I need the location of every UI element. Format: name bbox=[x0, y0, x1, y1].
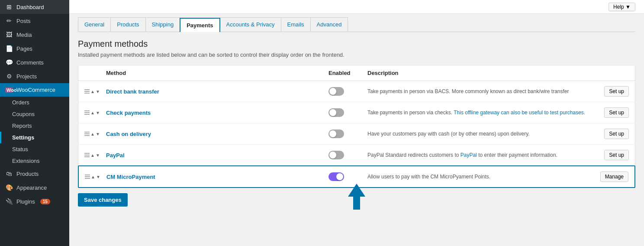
col-drag bbox=[84, 70, 106, 76]
products-icon: 🛍 bbox=[5, 170, 13, 177]
appearance-icon: 🎨 bbox=[5, 184, 13, 191]
sidebar-item-posts[interactable]: ✏ Posts bbox=[0, 14, 69, 28]
col-method: Method bbox=[106, 70, 328, 76]
sidebar-item-projects[interactable]: ⚙ Projects bbox=[0, 69, 69, 83]
setup-button[interactable]: Set up bbox=[604, 150, 629, 160]
arrow-svg bbox=[348, 184, 365, 210]
down-chevron[interactable]: ▼ bbox=[96, 132, 100, 136]
payment-toggle[interactable] bbox=[328, 151, 344, 159]
payment-methods-table: Method Enabled Description ▲ ▼ Direct ba… bbox=[78, 65, 635, 188]
payment-description: Take payments in person via checks. This… bbox=[367, 109, 590, 117]
tab-shipping[interactable]: Shipping bbox=[145, 17, 180, 32]
method-name[interactable]: CM MicroPayment bbox=[106, 174, 328, 180]
row-controls: ▲ ▼ bbox=[85, 175, 106, 179]
posts-icon: ✏ bbox=[5, 17, 13, 24]
row-controls: ▲ ▼ bbox=[84, 153, 106, 158]
sidebar-sub-status[interactable]: Status bbox=[0, 143, 69, 155]
table-row: ▲ ▼ Direct bank transfer Take payments i… bbox=[78, 81, 635, 102]
down-chevron[interactable]: ▼ bbox=[96, 89, 100, 94]
svg-marker-0 bbox=[348, 184, 365, 210]
woocommerce-icon: Woo bbox=[5, 87, 13, 93]
setup-button[interactable]: Set up bbox=[604, 129, 629, 139]
dashboard-icon: ⊞ bbox=[5, 3, 13, 10]
table-header: Method Enabled Description bbox=[78, 65, 635, 81]
payment-description: PayPal Standard redirects customers to P… bbox=[367, 152, 590, 159]
woocommerce-submenu: Orders Coupons Reports Settings Status E… bbox=[0, 97, 69, 167]
sidebar: ⊞ Dashboard ✏ Posts 🖼 Media 📄 Pages 💬 Co… bbox=[0, 0, 69, 246]
content-area: General Products Shipping Payments Accou… bbox=[69, 14, 644, 246]
up-chevron[interactable]: ▲ bbox=[90, 132, 95, 136]
toggle-container bbox=[328, 172, 367, 181]
row-controls: ▲ ▼ bbox=[84, 132, 106, 136]
sidebar-sub-reports[interactable]: Reports bbox=[0, 120, 69, 132]
drag-handle[interactable] bbox=[84, 110, 90, 115]
drag-handle[interactable] bbox=[84, 89, 90, 94]
drag-handle[interactable] bbox=[84, 153, 90, 157]
sidebar-sub-extensions[interactable]: Extensions bbox=[0, 155, 69, 167]
payment-toggle[interactable] bbox=[328, 172, 344, 181]
help-button[interactable]: Help ▼ bbox=[609, 3, 635, 11]
toggle-container bbox=[328, 151, 367, 159]
projects-icon: ⚙ bbox=[5, 73, 13, 80]
sidebar-item-media[interactable]: 🖼 Media bbox=[0, 28, 69, 42]
sidebar-sub-settings[interactable]: Settings bbox=[0, 132, 69, 143]
drag-handle[interactable] bbox=[84, 132, 90, 136]
up-chevron[interactable]: ▲ bbox=[90, 89, 95, 94]
tab-accounts-privacy[interactable]: Accounts & Privacy bbox=[220, 17, 281, 32]
sidebar-item-pages[interactable]: 📄 Pages bbox=[0, 42, 69, 55]
manage-button[interactable]: Manage bbox=[600, 172, 628, 182]
table-row: ▲ ▼ Check payments Take payments in pers… bbox=[78, 102, 635, 123]
save-bar: Save changes bbox=[78, 188, 635, 212]
paypal-link[interactable]: PayPal bbox=[460, 152, 477, 158]
toggle-container bbox=[328, 129, 367, 138]
sidebar-sub-orders[interactable]: Orders bbox=[0, 97, 69, 108]
tab-products[interactable]: Products bbox=[110, 17, 145, 32]
row-controls: ▲ ▼ bbox=[84, 89, 106, 94]
setup-button[interactable]: Set up bbox=[604, 107, 629, 118]
tab-emails[interactable]: Emails bbox=[281, 17, 311, 32]
up-chevron[interactable]: ▲ bbox=[90, 153, 95, 158]
payment-toggle[interactable] bbox=[328, 87, 344, 96]
toggle-knob bbox=[329, 130, 336, 137]
table-row: ▲ ▼ PayPal PayPal Standard redirects cus… bbox=[78, 145, 635, 166]
sidebar-item-woocommerce[interactable]: Woo WooCommerce bbox=[0, 83, 69, 97]
setup-button[interactable]: Set up bbox=[604, 86, 629, 97]
payment-toggle[interactable] bbox=[328, 129, 344, 138]
topbar: Help ▼ bbox=[69, 0, 644, 14]
method-name[interactable]: Direct bank transfer bbox=[106, 88, 328, 95]
toggle-container bbox=[328, 87, 367, 96]
up-chevron[interactable]: ▲ bbox=[91, 175, 95, 179]
sidebar-sub-coupons[interactable]: Coupons bbox=[0, 108, 69, 120]
down-chevron[interactable]: ▼ bbox=[96, 153, 100, 158]
toggle-knob bbox=[329, 152, 336, 159]
settings-tabs: General Products Shipping Payments Accou… bbox=[78, 14, 635, 32]
down-chevron[interactable]: ▼ bbox=[96, 175, 100, 179]
method-name[interactable]: Cash on delivery bbox=[106, 131, 328, 137]
tab-general[interactable]: General bbox=[78, 17, 111, 32]
tab-advanced[interactable]: Advanced bbox=[310, 17, 348, 32]
drag-handle[interactable] bbox=[85, 175, 90, 179]
sidebar-item-dashboard[interactable]: ⊞ Dashboard bbox=[0, 0, 69, 14]
method-name[interactable]: Check payments bbox=[106, 110, 328, 116]
tab-payments[interactable]: Payments bbox=[180, 18, 220, 32]
payment-description: Have your customers pay with cash (or by… bbox=[367, 130, 590, 138]
description-link[interactable]: This offline gateway can also be useful … bbox=[454, 110, 585, 116]
col-enabled: Enabled bbox=[328, 70, 367, 76]
table-row: ▲ ▼ Cash on delivery Have your customers… bbox=[78, 123, 635, 145]
toggle-container bbox=[328, 108, 367, 117]
sidebar-item-products[interactable]: 🛍 Products bbox=[0, 167, 69, 181]
main-content: Help ▼ General Products Shipping Payment… bbox=[69, 0, 644, 246]
row-controls: ▲ ▼ bbox=[84, 110, 106, 115]
plugins-badge: 15 bbox=[40, 199, 50, 204]
save-changes-button[interactable]: Save changes bbox=[78, 193, 128, 207]
down-chevron[interactable]: ▼ bbox=[96, 110, 100, 115]
sidebar-item-comments[interactable]: 💬 Comments bbox=[0, 55, 69, 69]
method-name[interactable]: PayPal bbox=[106, 152, 328, 159]
toggle-knob bbox=[329, 88, 336, 95]
up-chevron[interactable]: ▲ bbox=[90, 110, 95, 115]
sidebar-item-appearance[interactable]: 🎨 Appearance bbox=[0, 181, 69, 194]
payment-toggle[interactable] bbox=[328, 108, 344, 117]
toggle-knob bbox=[329, 109, 336, 116]
sidebar-item-plugins[interactable]: 🔌 Plugins 15 bbox=[0, 194, 69, 208]
section-title: Payment methods bbox=[78, 39, 635, 49]
